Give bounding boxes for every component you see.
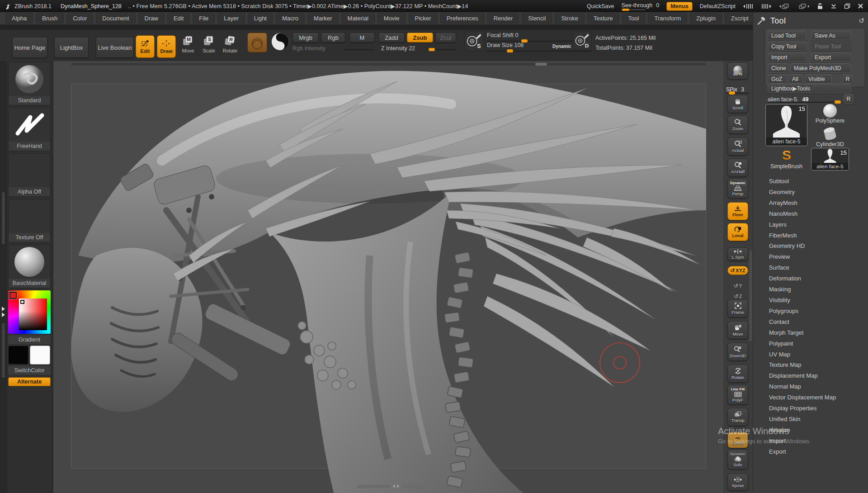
rgb-intensity-track[interactable]: [344, 49, 374, 50]
quicksave-button[interactable]: QuickSave: [587, 3, 614, 9]
lsym-button[interactable]: L.Sym: [727, 247, 748, 261]
edit-mode-button[interactable]: Edit: [136, 35, 155, 58]
menu-file[interactable]: File: [193, 13, 215, 24]
section-preview[interactable]: Preview: [769, 251, 836, 262]
rotate-mode-button[interactable]: R Rotate: [221, 35, 239, 53]
tool-item-slider[interactable]: alien face-5. 49: [768, 95, 842, 103]
zsub-button[interactable]: Zsub: [407, 33, 433, 43]
section-uv-map[interactable]: UV Map: [769, 349, 836, 360]
canvas-bottom-scroll-handle-1[interactable]: [357, 485, 390, 488]
section-polygroups[interactable]: Polygroups: [769, 306, 836, 317]
simplebrush-tool-thumb[interactable]: S SimpleBrush: [765, 148, 807, 170]
zadd-button[interactable]: Zadd: [378, 33, 405, 43]
section-display-properties[interactable]: Display Properties: [769, 403, 836, 414]
floor-button[interactable]: Floor: [727, 202, 748, 220]
zoom3d-button[interactable]: Zoom3D: [727, 343, 748, 361]
clone-button[interactable]: Clone: [768, 63, 788, 73]
section-surface[interactable]: Surface: [769, 262, 836, 273]
current-stroke-slot[interactable]: FreeHand: [8, 108, 51, 151]
canvas-scroll-left-arrow[interactable]: [392, 484, 395, 488]
current-material-slot[interactable]: BasicMaterial: [8, 245, 51, 288]
spix-slider[interactable]: SPix 3: [726, 85, 750, 93]
section-visibility[interactable]: Visibility: [769, 295, 836, 306]
scale-mode-button[interactable]: S Scale: [200, 35, 218, 53]
move-3d-button[interactable]: Move: [727, 321, 748, 339]
viewport-canvas[interactable]: [53, 61, 723, 493]
import-button[interactable]: Import: [768, 52, 807, 62]
draw-size-track[interactable]: [487, 51, 592, 52]
menu-macro[interactable]: Macro: [276, 13, 305, 24]
section-masking[interactable]: Masking: [769, 284, 836, 295]
stroke-s-button[interactable]: S: [464, 31, 484, 51]
z-intensity-slider[interactable]: Z Intensity 22: [381, 45, 415, 52]
bpr-render-button[interactable]: BPR: [727, 62, 748, 80]
window-cycle-back-icon[interactable]: [779, 3, 791, 9]
sculpt-model[interactable]: [53, 61, 723, 493]
spix-handle[interactable]: [729, 91, 735, 95]
menus-button[interactable]: Menus: [666, 2, 693, 11]
rotate-3d-button[interactable]: Rotate: [727, 365, 748, 383]
cylinder3d-tool-thumb[interactable]: Cylinder3D: [811, 127, 849, 147]
section-subtool[interactable]: Subtool: [769, 176, 836, 187]
section-initialize[interactable]: Initialize: [769, 425, 836, 436]
minimize-icon[interactable]: [830, 3, 837, 9]
spin-y-button[interactable]: ↺ Y: [727, 281, 748, 290]
current-color-swatch[interactable]: [9, 292, 17, 299]
canvas-bottom-scroll-handle-2[interactable]: [402, 485, 424, 488]
actual-size-button[interactable]: Actual: [727, 137, 748, 156]
xpose-button[interactable]: Xpose: [727, 474, 748, 491]
lightbox-tools-button[interactable]: Lightbox▶Tools: [768, 84, 851, 93]
move-mode-button[interactable]: M Move: [179, 35, 197, 53]
menu-alpha[interactable]: Alpha: [5, 13, 33, 24]
menu-stroke[interactable]: Stroke: [555, 13, 585, 24]
see-through-handle[interactable]: [622, 9, 629, 11]
goz-button[interactable]: GoZ: [768, 74, 787, 84]
section-morph-target[interactable]: Morph Target: [769, 327, 836, 338]
menu-transform[interactable]: Transform: [648, 13, 687, 24]
gradient-label[interactable]: Gradient: [8, 335, 51, 344]
paste-tool-button[interactable]: Paste Tool: [811, 42, 851, 51]
menu-document[interactable]: Document: [96, 13, 135, 24]
section-deformation[interactable]: Deformation: [769, 273, 836, 284]
left-scrollbar-upper[interactable]: [2, 192, 5, 244]
export-button[interactable]: Export: [811, 52, 851, 62]
zcut-button[interactable]: Zcut: [435, 33, 456, 43]
menu-zscript[interactable]: Zscript: [725, 13, 755, 24]
color-picker-selector[interactable]: [20, 300, 24, 304]
right-strip-scrollbar[interactable]: [749, 251, 752, 341]
see-through-track[interactable]: [621, 9, 646, 10]
menu-movie[interactable]: Movie: [377, 13, 406, 24]
color-picker[interactable]: [8, 290, 51, 334]
section-layers[interactable]: Layers: [769, 219, 836, 230]
section-unified-skin[interactable]: Unified Skin: [769, 414, 836, 425]
panel-reset-icon[interactable]: ↺: [859, 17, 864, 25]
ghost-button[interactable]: Ghost: [727, 432, 748, 448]
tool-slider-r-button[interactable]: R: [844, 94, 854, 104]
section-import[interactable]: Import: [769, 436, 836, 446]
menu-layer[interactable]: Layer: [217, 13, 245, 24]
section-displacement-map[interactable]: Displacement Map: [769, 370, 836, 381]
rgb-button[interactable]: Rgb: [321, 33, 345, 43]
menu-color[interactable]: Color: [66, 13, 93, 24]
scroll-button[interactable]: Scroll: [727, 95, 748, 113]
secondary-color-swatch[interactable]: [30, 346, 50, 365]
goz-all-button[interactable]: All: [788, 74, 803, 84]
mrgb-button[interactable]: Mrgb: [292, 33, 319, 43]
live-boolean-button[interactable]: Live Boolean: [96, 37, 134, 58]
section-fibermesh[interactable]: FiberMesh: [769, 230, 836, 241]
section-texture-map[interactable]: Texture Map: [769, 360, 836, 370]
polysphere-tool-thumb[interactable]: PolySphere: [811, 104, 849, 124]
left-scrollbar-lower[interactable]: [2, 323, 5, 378]
section-vector-displacement-map[interactable]: Vector Displacement Map: [769, 392, 836, 403]
tray-slide-right-icon[interactable]: [761, 3, 772, 9]
tray-slide-left-icon[interactable]: [743, 3, 754, 9]
aahalf-button[interactable]: AAHalf: [727, 159, 748, 177]
spix-track[interactable]: [726, 93, 750, 94]
see-through-slider[interactable]: See-through 0: [621, 2, 659, 10]
section-polypaint[interactable]: Polypaint: [769, 338, 836, 349]
current-texture-slot[interactable]: Texture Off: [8, 199, 51, 242]
menu-material[interactable]: Material: [341, 13, 375, 24]
draw-mode-button[interactable]: Draw: [157, 35, 176, 58]
switchcolor-button[interactable]: SwitchColor: [8, 366, 51, 375]
menu-stencil[interactable]: Stencil: [522, 13, 552, 24]
